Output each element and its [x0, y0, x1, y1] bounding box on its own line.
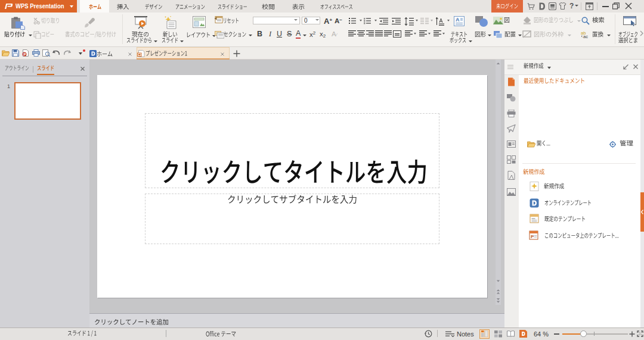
- svg-text:P: P: [531, 234, 534, 239]
- svg-text:P: P: [23, 52, 26, 57]
- svg-text:ac: ac: [583, 34, 588, 38]
- svg-text:A: A: [456, 17, 460, 23]
